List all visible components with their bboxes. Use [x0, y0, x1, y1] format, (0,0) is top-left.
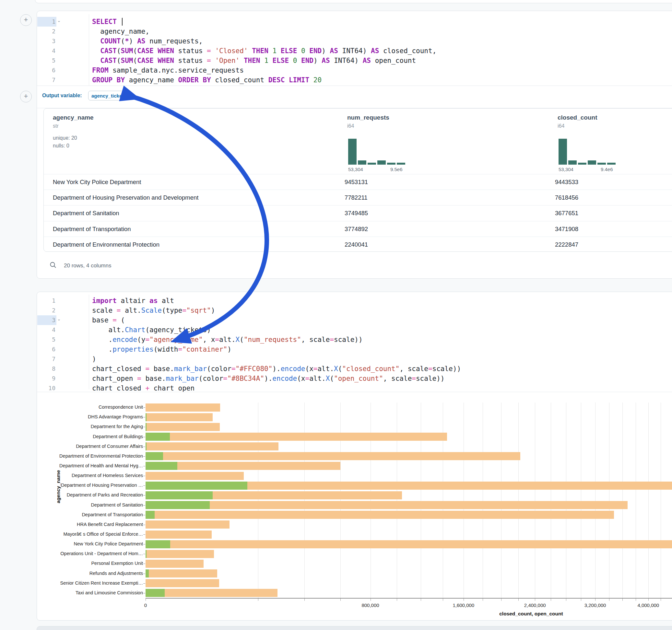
bar-open_count [146, 433, 170, 441]
x-axis-tick-label: 1,600,000 [453, 602, 474, 608]
code-line[interactable]: agency_name, [92, 27, 149, 36]
table-row[interactable]: Department of Sanitation37494853677651 [44, 205, 672, 221]
table-row[interactable]: Department of Environmental Protection22… [44, 237, 672, 252]
fold-chevron-icon[interactable]: ⌄ [57, 316, 61, 321]
y-axis-tick [143, 593, 145, 593]
x-axis-tick-label: 2,400,000 [524, 602, 546, 608]
y-axis-label: Department of Homeless Services [48, 473, 143, 478]
column-type: str [53, 123, 59, 129]
x-axis-tick-label: 0 [144, 602, 147, 608]
line-number: 4 [40, 325, 55, 335]
code-line[interactable]: .properties(width="container") [92, 344, 232, 354]
x-axis-tick [370, 599, 371, 601]
gridline [304, 403, 305, 598]
add-cell-button[interactable]: + [20, 91, 32, 102]
table-row[interactable]: New York City Police Department945313194… [44, 174, 672, 190]
y-axis-label: Department of Health and Mental Hyg… [48, 463, 143, 468]
y-axis-tick [143, 466, 145, 466]
y-axis-tick [143, 485, 145, 486]
x-axis-tick [566, 599, 566, 601]
y-axis-label: Department of Transportation [48, 512, 143, 517]
x-axis-tick-label: 800,000 [361, 602, 379, 608]
output-variable-row: Output variable: agency_tickets [37, 86, 672, 108]
code-line[interactable]: import altair as alt [92, 296, 174, 306]
code-line[interactable]: chart_closed = base.mark_bar(color="#FFC… [92, 364, 461, 374]
y-axis-tick [143, 427, 145, 427]
code-line[interactable]: CAST(SUM(CASE WHEN status = 'Open' THEN … [92, 56, 416, 66]
gutter-divider [89, 14, 89, 86]
gridline [661, 403, 661, 598]
bar-closed_count [146, 531, 212, 539]
bar-open_count [146, 462, 177, 470]
sql-editor[interactable]: 1⌄SELECT2 agency_name,3 COUNT(*) AS num_… [37, 11, 672, 86]
y-axis-label: Personal Exemption Unit [48, 561, 143, 566]
bar-open_count [146, 423, 146, 431]
y-axis-label: Operations Unit - Department of Hom… [48, 551, 143, 556]
column-header[interactable]: agency_name [53, 114, 94, 121]
line-number: 8 [40, 364, 55, 374]
code-line[interactable]: GROUP BY agency_name ORDER BY closed_cou… [92, 75, 321, 85]
gridline [258, 403, 258, 598]
table-row[interactable]: Department of Housing Preservation and D… [44, 190, 672, 205]
python-editor[interactable]: 1import altair as alt2scale = alt.Scale(… [37, 292, 672, 392]
histogram-max-label: 9.4e6 [601, 167, 613, 172]
code-line[interactable]: base = ( [92, 315, 125, 325]
gridline [340, 403, 341, 598]
histogram-bar [368, 163, 376, 165]
table-cell: Department of Housing Preservation and D… [53, 194, 198, 201]
bar-closed_count [146, 579, 219, 587]
y-axis-tick [143, 417, 145, 417]
bar-open_count [146, 413, 146, 421]
column-header[interactable]: num_requests [347, 114, 389, 121]
y-axis-label: Mayorâ€ s Office of Special Enforce… [48, 532, 143, 537]
column-stat: unique: 20 [53, 135, 77, 141]
add-cell-button[interactable]: + [20, 14, 32, 26]
sql-cell: 1⌄SELECT2 agency_name,3 COUNT(*) AS num_… [37, 11, 672, 279]
code-line[interactable]: COUNT(*) AS num_requests, [92, 36, 202, 46]
code-line[interactable]: chart_open = base.mark_bar(color="#8BC34… [92, 374, 445, 383]
x-axis-tick [483, 599, 483, 601]
code-line[interactable]: SELECT [92, 17, 117, 27]
code-line[interactable]: ) [92, 354, 96, 364]
code-line[interactable]: alt.Chart(agency_tickets) [92, 325, 211, 335]
y-axis-tick [143, 554, 145, 554]
histogram-bar [588, 161, 596, 165]
gridline [595, 403, 596, 598]
column-header[interactable]: closed_count [557, 114, 597, 121]
x-axis-tick [304, 599, 305, 601]
bar-closed_count [146, 589, 278, 597]
table-cell: 3471908 [555, 225, 578, 233]
y-axis-tick [143, 476, 145, 476]
gridline [636, 403, 636, 598]
line-number: 3 [40, 315, 55, 325]
table-row[interactable]: Department of Transportation377489234719… [44, 221, 672, 237]
histogram-bar [358, 161, 366, 165]
code-line[interactable]: scale = alt.Scale(type="sqrt") [92, 306, 215, 315]
output-variable-pill[interactable]: agency_tickets [88, 91, 124, 100]
histogram-bar [387, 163, 395, 165]
gridline [370, 403, 371, 598]
line-number: 6 [40, 66, 55, 75]
search-icon[interactable] [50, 262, 57, 269]
x-axis-tick [421, 599, 421, 601]
gridline [463, 403, 464, 598]
bar-closed_count [146, 501, 628, 509]
code-line[interactable]: FROM sample_data.nyc.service_requests [92, 66, 244, 75]
code-line[interactable]: .encode(y="agency_name", x=alt.X("num_re… [92, 335, 363, 344]
table-cell: 9443533 [555, 178, 578, 186]
line-number: 2 [40, 306, 55, 315]
gridline [566, 403, 566, 598]
y-axis-label: Department of Consumer Affairs [48, 444, 143, 449]
table-header: agency_namestrunique: 20nulls: 0num_requ… [44, 108, 672, 174]
gridline [648, 403, 649, 598]
previous-cell-edge [35, 0, 672, 3]
y-axis-label: Department of Environmental Protection [48, 453, 143, 459]
line-number: 5 [40, 56, 55, 66]
histogram-bar [578, 163, 586, 165]
code-line[interactable]: CAST(SUM(CASE WHEN status = 'Closed' THE… [92, 46, 436, 56]
bar-closed_count [146, 472, 244, 480]
output-variable-label: Output variable: [42, 93, 82, 98]
table-cell: 3774892 [344, 225, 368, 233]
histogram-bar [568, 161, 577, 165]
fold-chevron-icon[interactable]: ⌄ [57, 18, 61, 23]
